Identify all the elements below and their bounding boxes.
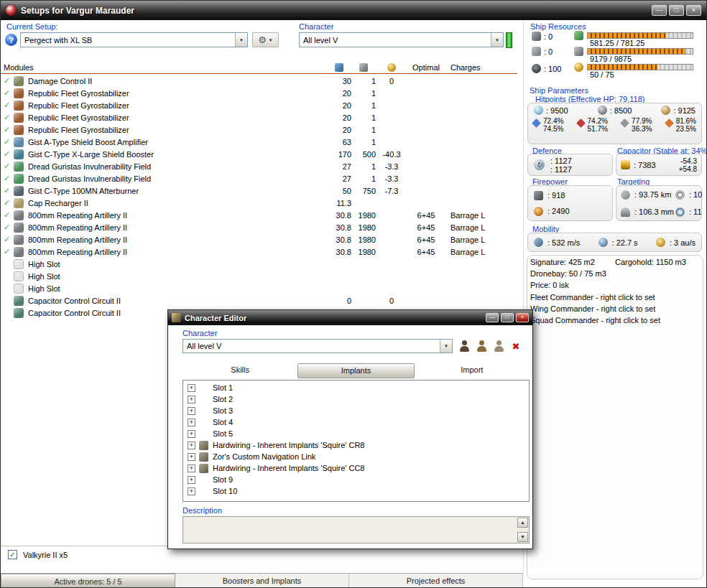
- wing-commander-text[interactable]: Wing Commander - right click to set: [530, 304, 655, 313]
- module-powergrid: 1: [351, 162, 376, 171]
- module-cpu: 30: [327, 77, 351, 85]
- implant-icon: [199, 464, 208, 473]
- max-targets: : 10: [675, 190, 702, 200]
- module-row[interactable]: ✓800mm Repeating Artillery II30.819806+4…: [1, 209, 517, 221]
- resists-row: 72.4%74.5%74.2%51.7%77.9%36.3%81.6%23.5%: [528, 115, 701, 133]
- setup-dropdown[interactable]: Pergect with XL SB ▼: [20, 32, 248, 47]
- implant-slot-row[interactable]: +Slot 1: [183, 382, 529, 393]
- shield-resist: 72.4%: [543, 117, 563, 125]
- expand-icon[interactable]: +: [188, 476, 195, 484]
- module-row[interactable]: ✓Cap Recharger II11.3: [1, 197, 517, 209]
- module-row[interactable]: ✓Republic Fleet Gyrostabilizer201: [1, 111, 517, 123]
- setup-tools-button[interactable]: ⚙ ▼: [252, 32, 279, 47]
- implant-slot-row[interactable]: +Slot 9: [183, 474, 529, 485]
- eft-window: Setups for Vargur Marauder — □ × Current…: [0, 0, 707, 588]
- module-powergrid: 1: [351, 89, 376, 98]
- module-name: Damage Control II: [28, 77, 327, 85]
- delete-character-button[interactable]: ✖: [509, 339, 523, 353]
- implant-slot-row[interactable]: +Slot 5: [183, 428, 529, 439]
- module-row[interactable]: High Slot: [1, 282, 517, 294]
- bottom-tabs: Active drones: 5 / 5Boosters and Implant…: [1, 573, 523, 588]
- implant-slot-row[interactable]: +Slot 4: [183, 416, 529, 428]
- tab-import[interactable]: Import: [415, 363, 530, 378]
- targeting-box: : 93.75 km : 10 : 106.3 mm : 11: [616, 185, 702, 221]
- implant-slot-row[interactable]: +Slot 2: [183, 393, 529, 405]
- implant-slot-row[interactable]: +Slot 3: [183, 405, 529, 416]
- maximize-button[interactable]: □: [669, 5, 684, 16]
- squad-commander-text[interactable]: Squad Commander - right click to set: [530, 316, 660, 325]
- rename-character-button[interactable]: [491, 339, 506, 353]
- module-row[interactable]: ✓Damage Control II3010: [1, 75, 517, 87]
- module-row[interactable]: ✓Dread Guristas Invulnerability Field271…: [1, 172, 517, 185]
- tab-implants[interactable]: Implants: [297, 363, 414, 378]
- expand-icon[interactable]: +: [188, 407, 195, 415]
- scroll-up-button[interactable]: ▲: [517, 518, 528, 528]
- module-row[interactable]: ✓Republic Fleet Gyrostabilizer201: [1, 87, 517, 99]
- dialog-character-dropdown[interactable]: All level V ▼: [182, 339, 453, 353]
- module-row[interactable]: ✓Gist C-Type X-Large Shield Booster17050…: [1, 148, 517, 160]
- implant-slot-row[interactable]: +Hardwiring - Inherent Implants 'Squire'…: [183, 462, 529, 474]
- dialog-minimize-button[interactable]: —: [486, 313, 499, 322]
- tab-skills[interactable]: Skills: [182, 363, 297, 378]
- bottom-tab[interactable]: Boosters and Implants: [175, 574, 349, 588]
- close-button[interactable]: ×: [686, 5, 701, 16]
- module-name: Gist C-Type X-Large Shield Booster: [28, 150, 327, 159]
- module-row[interactable]: ✓Dread Guristas Invulnerability Field271…: [1, 160, 517, 172]
- capacitor-peak-in: +54.8: [679, 165, 697, 173]
- module-row[interactable]: ✓Gist C-Type 100MN Afterburner50750-7.3: [1, 185, 517, 197]
- module-charge: Barrage L: [445, 223, 517, 232]
- module-cap-use: -40.3: [376, 150, 407, 159]
- scroll-down-button[interactable]: ▼: [517, 532, 528, 542]
- dialog-maximize-button[interactable]: □: [501, 313, 514, 322]
- module-row[interactable]: ✓Republic Fleet Gyrostabilizer201: [1, 99, 517, 111]
- price-text: Price: 0 isk: [530, 281, 569, 289]
- module-cpu: 30.8: [327, 223, 351, 232]
- module-active-check-icon: ✓: [4, 88, 14, 98]
- module-name: Dread Guristas Invulnerability Field: [28, 174, 327, 183]
- module-row[interactable]: ✓Republic Fleet Gyrostabilizer201: [1, 123, 517, 136]
- shield-icon: [534, 106, 543, 115]
- expand-icon[interactable]: +: [188, 453, 195, 461]
- implant-slot-row[interactable]: +Slot 10: [183, 485, 529, 497]
- module-row[interactable]: ✓800mm Repeating Artillery II30.819806+4…: [1, 246, 517, 258]
- implant-slot-row[interactable]: +Zor's Custom Navigation Link: [183, 451, 529, 462]
- fleet-commander-text[interactable]: Fleet Commander - right click to set: [530, 293, 655, 302]
- dialog-close-button[interactable]: ×: [516, 313, 529, 322]
- expand-icon[interactable]: +: [188, 442, 195, 449]
- expand-icon[interactable]: +: [188, 430, 195, 438]
- dropdown-arrow-icon[interactable]: ▼: [440, 340, 452, 353]
- implant-list[interactable]: +Slot 1+Slot 2+Slot 3+Slot 4+Slot 5+Hard…: [182, 380, 530, 502]
- bottom-tab[interactable]: Projected effects: [349, 574, 523, 588]
- expand-icon[interactable]: +: [188, 384, 195, 392]
- module-name: 800mm Repeating Artillery II: [28, 248, 327, 256]
- expand-icon[interactable]: +: [188, 487, 195, 495]
- implant-slot-label: Zor's Custom Navigation Link: [213, 452, 315, 461]
- module-active-check-icon: ✓: [4, 101, 14, 110]
- expand-icon[interactable]: +: [188, 396, 195, 403]
- drone-checkbox[interactable]: ✓: [8, 550, 17, 559]
- module-cpu: 30.8: [327, 211, 351, 220]
- dialog-character-value: All level V: [187, 342, 440, 350]
- module-row[interactable]: High Slot: [1, 270, 517, 282]
- expand-icon[interactable]: +: [188, 465, 195, 472]
- signature-text: Signature: 425 m2: [530, 258, 595, 266]
- module-row[interactable]: High Slot: [1, 258, 517, 270]
- module-row[interactable]: ✓800mm Repeating Artillery II30.819806+4…: [1, 221, 517, 233]
- help-icon[interactable]: ?: [5, 34, 17, 46]
- character-dropdown[interactable]: All level V ▼: [299, 32, 504, 47]
- resist-em: 72.4%74.5%: [533, 117, 563, 133]
- max-velocity: : 532 m/s: [534, 238, 580, 247]
- add-character-button[interactable]: [474, 339, 489, 353]
- charges-column-header: Charges: [445, 63, 517, 72]
- view-character-button[interactable]: [457, 339, 471, 353]
- expand-icon[interactable]: +: [188, 419, 195, 426]
- capacitor-amount: : 7383: [634, 161, 656, 169]
- module-row[interactable]: ✓Gist A-Type Shield Boost Amplifier631: [1, 136, 517, 148]
- minimize-button[interactable]: —: [652, 5, 667, 16]
- module-row[interactable]: Capacitor Control Circuit II00: [1, 294, 517, 307]
- dropdown-arrow-icon[interactable]: ▼: [235, 33, 247, 47]
- dropdown-arrow-icon[interactable]: ▼: [491, 33, 503, 47]
- implant-slot-row[interactable]: +Hardwiring - Inherent Implants 'Squire'…: [183, 439, 529, 451]
- bottom-tab[interactable]: Active drones: 5 / 5: [1, 574, 175, 588]
- module-row[interactable]: ✓800mm Repeating Artillery II30.819806+4…: [1, 233, 517, 246]
